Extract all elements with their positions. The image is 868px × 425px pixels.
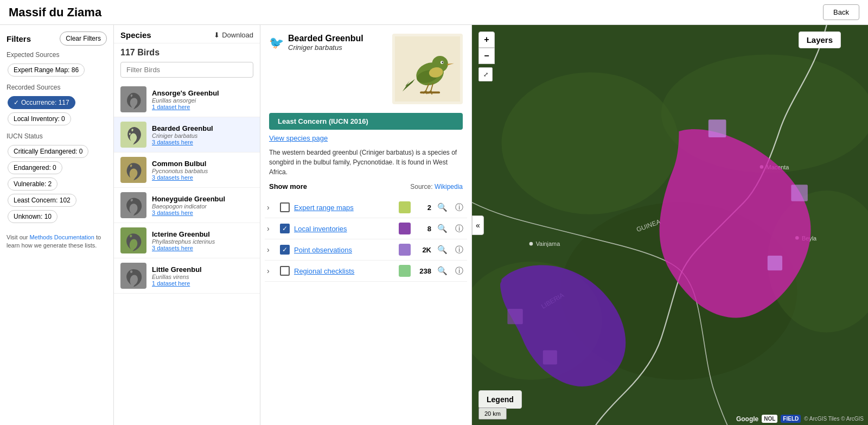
species-datasets[interactable]: 1 dataset here	[152, 280, 253, 287]
species-datasets[interactable]: 3 datasets here	[152, 139, 253, 145]
species-datasets[interactable]: 3 datasets here	[152, 245, 253, 251]
svg-rect-28	[709, 119, 726, 137]
row-checkbox[interactable]	[280, 202, 290, 212]
scale-label: 20 km	[484, 410, 501, 417]
species-thumbnail	[120, 157, 146, 183]
svg-point-5	[442, 62, 443, 64]
row-checkbox[interactable]	[280, 266, 290, 276]
row-checkbox[interactable]: ✓	[280, 245, 290, 255]
back-button[interactable]: Back	[823, 4, 859, 20]
row-color-swatch	[399, 265, 411, 277]
row-count: 8	[415, 225, 431, 233]
species-info: Bearded Greenbul Criniger barbatus 3 dat…	[152, 124, 253, 145]
species-latin: Baeopogon indicator	[152, 203, 253, 210]
species-name: Little Greenbul	[152, 265, 253, 274]
row-color-swatch	[399, 223, 411, 234]
row-expand-icon[interactable]: ›	[267, 224, 276, 233]
expert-range-chip[interactable]: Expert Range Map: 86	[8, 64, 85, 77]
species-count: 117 Birds	[114, 43, 260, 62]
source-text: Source: Wikipedia	[410, 183, 463, 191]
list-item[interactable]: Honeyguide Greenbul Baeopogon indicator …	[114, 188, 260, 223]
row-color-swatch	[399, 244, 411, 256]
row-info-icon[interactable]: ⓘ	[454, 224, 465, 234]
species-name: Honeyguide Greenbul	[152, 195, 253, 203]
row-count: 2K	[415, 246, 431, 254]
species-datasets[interactable]: 3 datasets here	[152, 174, 253, 181]
row-label[interactable]: Local inventories	[294, 225, 394, 233]
filters-panel: Filters Clear Filters Expected Sources E…	[0, 25, 114, 425]
row-expand-icon[interactable]: ›	[267, 267, 276, 275]
row-zoom-icon[interactable]: 🔍	[436, 245, 449, 255]
critically-endangered-chip[interactable]: Critically Endangered: 0	[8, 145, 88, 158]
check-icon: ✓	[14, 99, 19, 106]
endangered-chip[interactable]: Endangered: 0	[8, 161, 62, 174]
species-thumbnail	[120, 192, 146, 218]
row-zoom-icon[interactable]: 🔍	[436, 266, 449, 276]
filters-title: Filters	[7, 34, 31, 43]
species-info: Honeyguide Greenbul Baeopogon indicator …	[152, 195, 253, 216]
clear-filters-button[interactable]: Clear Filters	[60, 31, 107, 46]
download-button[interactable]: ⬇ Download	[214, 31, 253, 39]
page-title: Massif du Ziama	[9, 5, 816, 20]
species-info: Ansorge's Greenbul Eurillas ansorgei 1 d…	[152, 89, 253, 110]
map-panel[interactable]: LIBERIA GUINEA Macenta Vainjama Beyla + …	[472, 25, 868, 425]
source-link[interactable]: Wikipedia	[435, 183, 463, 191]
map-expand-button[interactable]: ⤢	[478, 67, 493, 81]
methods-link[interactable]: Methods Documentation	[30, 234, 94, 240]
svg-rect-30	[768, 256, 782, 270]
occurrence-chip[interactable]: ✓Occurrence: 117	[8, 96, 75, 109]
species-latin: Eurillas virens	[152, 274, 253, 280]
svg-rect-32	[543, 350, 557, 364]
row-label[interactable]: Expert range maps	[294, 204, 394, 212]
list-item[interactable]: Bearded Greenbul Criniger barbatus 3 dat…	[114, 117, 260, 153]
collapse-panel-button[interactable]: «	[472, 215, 484, 235]
list-item[interactable]: Common Bulbul Pycnonotus barbatus 3 data…	[114, 153, 260, 188]
view-species-link[interactable]: View species page	[269, 134, 463, 142]
species-search-input[interactable]	[120, 62, 253, 78]
row-zoom-icon[interactable]: 🔍	[436, 224, 449, 233]
list-item[interactable]: Little Greenbul Eurillas virens 1 datase…	[114, 258, 260, 294]
row-count: 2	[415, 204, 431, 212]
least-concern-chip[interactable]: Least Concern: 102	[8, 194, 76, 207]
iucn-badge: Least Concern (IUCN 2016)	[269, 113, 463, 130]
row-checkbox[interactable]: ✓	[280, 224, 290, 233]
noaa-logo: NOL	[762, 415, 777, 423]
detail-description: The western bearded greenbul (Criniger b…	[260, 148, 471, 182]
data-rows: › Expert range maps 2 🔍 ⓘ › ✓ Local inve…	[260, 197, 471, 282]
detail-common-name: Bearded Greenbul	[288, 34, 363, 43]
list-item[interactable]: Ansorge's Greenbul Eurillas ansorgei 1 d…	[114, 82, 260, 117]
local-inventory-chip[interactable]: Local Inventory: 0	[8, 112, 71, 125]
unknown-chip[interactable]: Unknown: 10	[8, 210, 58, 223]
svg-rect-29	[791, 185, 808, 201]
google-attr: Google	[736, 415, 758, 423]
svg-text:Vainjama: Vainjama	[536, 240, 560, 247]
iucn-title: IUCN Status	[7, 132, 107, 140]
species-panel: Species ⬇ Download 117 Birds Ansorge's G…	[114, 25, 260, 425]
recorded-sources-title: Recorded Sources	[7, 84, 107, 91]
row-expand-icon[interactable]: ›	[267, 245, 276, 254]
species-name: Bearded Greenbul	[152, 124, 253, 132]
main-layout: Filters Clear Filters Expected Sources E…	[0, 25, 868, 425]
layers-label[interactable]: Layers	[799, 31, 841, 48]
show-more-button[interactable]: Show more	[269, 182, 307, 191]
species-thumbnail	[120, 86, 146, 112]
row-info-icon[interactable]: ⓘ	[454, 245, 465, 255]
row-label[interactable]: Point observations	[294, 246, 394, 254]
species-datasets[interactable]: 1 dataset here	[152, 104, 253, 110]
row-zoom-icon[interactable]: 🔍	[436, 202, 449, 212]
row-info-icon[interactable]: ⓘ	[454, 202, 465, 213]
species-datasets[interactable]: 3 datasets here	[152, 210, 253, 216]
zoom-out-button[interactable]: −	[478, 48, 495, 64]
row-info-icon[interactable]: ⓘ	[454, 266, 465, 276]
svg-point-15	[501, 72, 679, 214]
detail-header: 🐦 Bearded Greenbul Criniger barbatus	[260, 25, 471, 113]
row-label[interactable]: Regional checklists	[294, 267, 394, 275]
zoom-in-button[interactable]: +	[478, 31, 495, 48]
svg-rect-31	[507, 309, 522, 324]
species-thumbnail	[120, 227, 146, 253]
list-item[interactable]: Icterine Greenbul Phyllastrephus icterin…	[114, 223, 260, 258]
row-expand-icon[interactable]: ›	[267, 203, 276, 212]
download-icon: ⬇	[214, 31, 220, 39]
scale-bar: 20 km	[478, 408, 507, 420]
vulnerable-chip[interactable]: Vulnerable: 2	[8, 177, 58, 191]
